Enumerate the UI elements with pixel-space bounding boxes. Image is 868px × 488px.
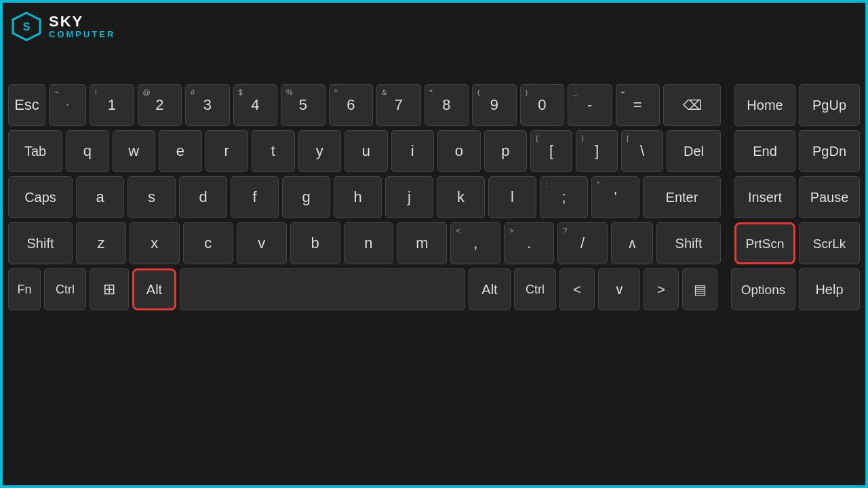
key-j[interactable]: j [385,176,433,218]
key-r[interactable]: r [205,130,249,172]
key-s[interactable]: s [127,176,176,218]
row-zxcv: Shift z x c v b n m <, >. ?/ ∧ Shift Prt… [8,222,860,264]
logo-text: SKY COMPUTER [49,14,115,39]
logo-sky-label: SKY [49,14,115,30]
key-p[interactable]: p [484,130,528,172]
keyboard-container: Esc ~` !1 @2 #3 $4 %5 ^6 &7 *8 (9 )0 _- … [8,84,860,480]
key-2[interactable]: @2 [138,84,182,126]
key-rbracket[interactable]: }] [576,130,618,172]
key-g[interactable]: g [282,176,330,218]
key-l[interactable]: l [488,176,536,218]
key-period[interactable]: >. [504,222,554,264]
key-7[interactable]: &7 [376,84,421,126]
key-o[interactable]: o [437,130,481,172]
key-end[interactable]: End [734,130,795,172]
key-backspace[interactable]: ⌫ [663,84,721,126]
key-v[interactable]: v [237,222,287,264]
key-shift-left[interactable]: Shift [8,222,73,264]
key-del[interactable]: Del [667,130,721,172]
key-b[interactable]: b [290,222,340,264]
key-f[interactable]: f [231,176,279,218]
key-space[interactable] [180,268,465,310]
key-c[interactable]: c [183,222,233,264]
row-qwerty: Tab q w e r t y u i o p {[ }] |\ Del End… [8,130,860,172]
key-pause[interactable]: Pause [799,176,860,218]
key-t[interactable]: t [252,130,295,172]
key-1[interactable]: !1 [90,84,134,126]
key-6[interactable]: ^6 [329,84,374,126]
key-prtscn[interactable]: PrtScn [734,222,795,264]
key-shift-right[interactable]: Shift [656,222,721,264]
key-m[interactable]: m [397,222,447,264]
key-3[interactable]: #3 [185,84,230,126]
key-w[interactable]: w [113,130,156,172]
key-q[interactable]: q [66,130,109,172]
row-asdf: Caps a s d f g h j k l :; "' Enter Inser… [8,176,860,218]
key-0[interactable]: )0 [520,84,565,126]
key-quote[interactable]: "' [591,176,639,218]
key-equals[interactable]: += [616,84,660,126]
key-scrlk[interactable]: ScrLk [799,222,860,264]
key-i[interactable]: i [391,130,435,172]
key-h[interactable]: h [334,176,382,218]
key-enter[interactable]: Enter [643,176,721,218]
key-help[interactable]: Help [799,268,860,310]
sky-logo-icon: S [9,9,43,43]
key-right-arrow[interactable]: > [644,268,679,310]
svg-text:S: S [23,21,31,33]
key-left-arrow[interactable]: < [559,268,595,310]
key-slash[interactable]: ?/ [557,222,608,264]
key-5[interactable]: %5 [281,84,326,126]
key-backslash[interactable]: |\ [621,130,663,172]
key-down-arrow[interactable]: ∨ [598,268,640,310]
key-tilde[interactable]: ~` [49,84,86,126]
key-caps[interactable]: Caps [8,176,73,218]
key-alt-left[interactable]: Alt [132,268,176,310]
key-k[interactable]: k [437,176,485,218]
key-insert[interactable]: Insert [734,176,795,218]
key-ctrl-right[interactable]: Ctrl [514,268,556,310]
key-options[interactable]: Options [731,268,795,310]
logo-computer-label: COMPUTER [49,30,115,39]
key-x[interactable]: x [130,222,180,264]
key-home[interactable]: Home [734,84,795,126]
key-n[interactable]: n [344,222,394,264]
key-up-arrow[interactable]: ∧ [611,222,653,264]
key-y[interactable]: y [298,130,342,172]
key-win[interactable]: ⊞ [90,268,129,310]
key-4[interactable]: $4 [233,84,278,126]
key-lbracket[interactable]: {[ [530,130,572,172]
key-z[interactable]: z [76,222,126,264]
key-ctrl-left[interactable]: Ctrl [44,268,86,310]
key-semicolon[interactable]: :; [540,176,588,218]
key-e[interactable]: e [159,130,202,172]
key-fn[interactable]: Fn [8,268,41,310]
row-bottom: Fn Ctrl ⊞ Alt Alt Ctrl < ∨ > ▤ Options H… [8,268,860,310]
key-menu[interactable]: ▤ [682,268,717,310]
key-minus[interactable]: _- [568,84,612,126]
key-pgup[interactable]: PgUp [799,84,860,126]
key-pgdn[interactable]: PgDn [799,130,860,172]
key-esc[interactable]: Esc [8,84,45,126]
key-u[interactable]: u [344,130,388,172]
key-d[interactable]: d [179,176,227,218]
key-comma[interactable]: <, [450,222,500,264]
key-9[interactable]: (9 [472,84,517,126]
key-alt-right[interactable]: Alt [469,268,511,310]
logo-area: S SKY COMPUTER [9,9,115,43]
row-num: Esc ~` !1 @2 #3 $4 %5 ^6 &7 *8 (9 )0 _- … [8,84,860,126]
key-tab[interactable]: Tab [8,130,62,172]
key-a[interactable]: a [76,176,124,218]
key-8[interactable]: *8 [425,84,469,126]
